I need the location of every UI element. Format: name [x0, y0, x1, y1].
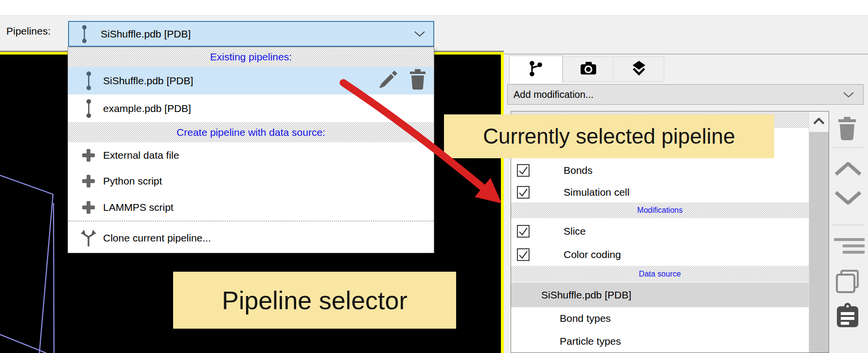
delete-icon[interactable]: [408, 69, 427, 93]
toggle-state-button[interactable]: [834, 238, 865, 256]
plus-icon: [79, 175, 98, 187]
tab-pipeline[interactable]: [509, 56, 563, 83]
list-item-simulation-cell[interactable]: Simulation cell: [511, 182, 829, 203]
dropdown-item-label: Clone current pipeline...: [103, 232, 211, 244]
list-item-slice[interactable]: Slice: [511, 220, 829, 243]
panel-top-border: [504, 54, 868, 55]
tab-overlays[interactable]: [614, 56, 664, 82]
dropdown-header-create: Create pipeline with data source:: [68, 122, 434, 142]
list-item-particle-types[interactable]: Particle types: [511, 330, 829, 353]
pipeline-tab-icon: [528, 60, 544, 79]
chevron-down-icon: [414, 31, 425, 37]
dropdown-item-label: Python script: [103, 175, 162, 187]
add-modification-label: Add modification...: [514, 89, 594, 100]
dropdown-item-label: example.pdb [PDB]: [103, 103, 191, 114]
move-down-button[interactable]: [834, 191, 862, 206]
dropdown-item-sishuffle[interactable]: SiShuffle.pdb [PDB]: [68, 67, 434, 94]
camera-tab-icon: [580, 61, 597, 77]
dropdown-item-label: SiShuffle.pdb [PDB]: [103, 75, 193, 87]
dropdown-item-lammps-script[interactable]: LAMMPS script: [68, 194, 434, 220]
pipeline-icon: [81, 25, 88, 43]
delete-modifier-button[interactable]: [836, 116, 858, 142]
paste-icon: [836, 302, 859, 330]
pipelines-label: Pipelines:: [6, 25, 51, 37]
pipeline-selector-dropdown: Existing pipelines: SiShuffle.pdb [PDB] …: [68, 47, 434, 253]
scrollbar-thumb[interactable]: [809, 132, 829, 353]
pipeline-selector-combobox[interactable]: SiShuffle.pdb [PDB]: [68, 21, 434, 47]
visibility-checkbox[interactable]: [517, 225, 530, 238]
list-header-modifications: Modifications: [511, 203, 809, 218]
clone-icon: [79, 229, 98, 247]
list-header-data-source: Data source: [511, 266, 809, 282]
plus-icon: [79, 201, 98, 214]
list-item-label: Bond types: [560, 313, 611, 324]
copy-pipeline-item-button[interactable]: [835, 270, 860, 295]
dropdown-item-example[interactable]: example.pdb [PDB]: [68, 94, 434, 122]
dropdown-item-external-data-file[interactable]: External data file: [68, 142, 434, 168]
list-item-label: Color coding: [564, 249, 621, 260]
list-item-data-source-file[interactable]: SiShuffle.pdb [PDB]: [511, 282, 809, 307]
list-scrollbar[interactable]: [809, 111, 829, 353]
toolbar-divider: [833, 224, 865, 225]
annotation-pipeline-selector: Pipeline selector: [173, 272, 456, 329]
visibility-checkbox[interactable]: [517, 248, 530, 261]
plus-icon: [79, 149, 98, 162]
paste-button[interactable]: [836, 302, 859, 330]
tab-render[interactable]: [563, 56, 614, 82]
annotation-currently-selected-pipeline: Currently selected pipeline: [444, 114, 774, 158]
toolbar-divider: [833, 147, 865, 148]
dropdown-item-label: External data file: [103, 149, 179, 161]
scrollbar-up-button[interactable]: [809, 111, 829, 131]
move-down-icon: [834, 191, 862, 206]
list-item-color-coding[interactable]: Color coding: [511, 243, 829, 266]
layers-tab-icon: [631, 60, 647, 78]
add-modification-combobox[interactable]: Add modification...: [507, 84, 864, 105]
list-item-bond-types[interactable]: Bond types: [511, 307, 829, 330]
list-item-label: SiShuffle.pdb [PDB]: [541, 289, 631, 301]
move-up-button[interactable]: [834, 162, 862, 178]
visibility-checkbox[interactable]: [517, 164, 530, 177]
pipeline-icon: [79, 71, 98, 91]
dropdown-item-clone-pipeline[interactable]: Clone current pipeline...: [68, 223, 434, 253]
delete-icon: [836, 116, 858, 142]
dropdown-item-python-script[interactable]: Python script: [68, 168, 434, 194]
move-up-icon: [834, 162, 862, 178]
toggle-state-icon: [834, 238, 865, 256]
list-item-label: Particle types: [560, 335, 621, 347]
copy-icon: [835, 270, 860, 295]
pipeline-selector-value: SiShuffle.pdb [PDB]: [101, 28, 191, 40]
list-item-bonds[interactable]: Bonds: [511, 159, 829, 182]
window-top-strip: [0, 0, 868, 16]
dropdown-item-label: LAMMPS script: [103, 202, 174, 213]
rename-icon[interactable]: [377, 69, 399, 92]
list-item-label: Slice: [564, 225, 586, 237]
chevron-down-icon: [843, 92, 854, 98]
pipeline-icon: [79, 99, 98, 118]
ovito-window: { "window": { "pipelines_label": "Pipeli…: [0, 0, 868, 353]
visibility-checkbox[interactable]: [517, 186, 530, 199]
list-item-label: Bonds: [564, 165, 593, 176]
list-item-label: Simulation cell: [564, 186, 629, 198]
dropdown-header-existing: Existing pipelines:: [68, 47, 434, 67]
